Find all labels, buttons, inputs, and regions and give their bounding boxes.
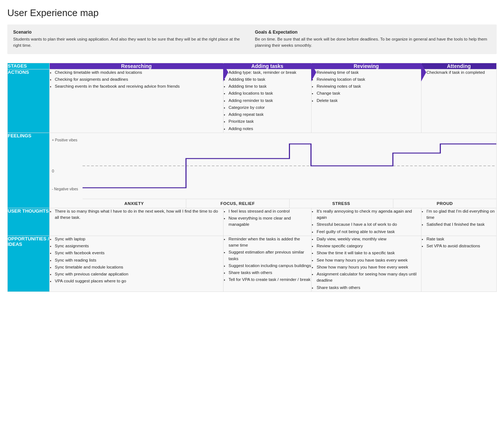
actions-list-4: Checkmark if task in completed: [421, 69, 496, 76]
page-title: User Experience map: [7, 7, 497, 19]
feelings-chart-wrapper: + Positive vibes 0 - Negative vibes: [50, 133, 496, 208]
thoughts-col-2: I feel less stressed and in control Now …: [223, 208, 311, 236]
thoughts-label: USER THOUGHTS: [8, 208, 50, 236]
opps-list-3: Daily view, weekly view, monthly view Re…: [312, 236, 421, 291]
feelings-axis: + Positive vibes 0 - Negative vibes: [50, 133, 83, 208]
stage-researching: Researching: [50, 63, 224, 69]
opps-col-3: Daily view, weekly view, monthly view Re…: [311, 236, 421, 292]
thoughts-list-4: I'm so glad that I'm did everything on t…: [421, 208, 496, 228]
thoughts-col-4: I'm so glad that I'm did everything on t…: [421, 208, 496, 236]
emotion-4: PROUD: [393, 199, 497, 208]
thoughts-col-3: It's really annoyoing to check my agenda…: [311, 208, 421, 236]
actions-col-1: Checking timetable with modules and loca…: [50, 69, 224, 133]
scenario-text: Students wants to plan their week using …: [13, 36, 249, 49]
emotion-2: FOCUS, RELIEF: [186, 199, 290, 208]
actions-list-3: Reviewing time of task Reviewing locatio…: [312, 69, 421, 104]
emotion-1: ANXIETY: [83, 199, 186, 208]
user-thoughts-row: USER THOUGHTS There is so many things wh…: [8, 208, 497, 236]
actions-col-4: Checkmark if task in completed: [421, 69, 496, 133]
feelings-svg-area: ANXIETY FOCUS, RELIEF STRESS PROUD: [83, 133, 496, 208]
feelings-chart-container: + Positive vibes 0 - Negative vibes: [50, 133, 497, 208]
ux-map-table: STAGES Researching Adding tasks Reviewin…: [7, 63, 497, 292]
zero-label: 0: [52, 169, 54, 173]
opps-col-2: Reminder when the tasks is added the sam…: [223, 236, 311, 292]
scenario-block: Scenario Students wants to plan their we…: [13, 30, 249, 49]
opportunities-row: OPPORTUNITIES / IDEAS Sync with laptop S…: [8, 236, 497, 292]
feelings-label: FEELINGS: [8, 133, 50, 208]
emotions-row: ANXIETY FOCUS, RELIEF STRESS PROUD: [83, 199, 496, 208]
stage-adding: Adding tasks: [223, 63, 311, 69]
pos-vibes-label: + Positive vibes: [52, 138, 77, 142]
thoughts-list-3: It's really annoyoing to check my agenda…: [312, 208, 421, 235]
thoughts-col-1: There is so many things what I have to d…: [50, 208, 224, 236]
opps-label: OPPORTUNITIES / IDEAS: [8, 236, 50, 292]
goals-label: Goals & Expectation: [255, 30, 491, 35]
opps-list-2: Reminder when the tasks is added the sam…: [224, 236, 311, 283]
feelings-svg: [83, 133, 496, 199]
actions-list-1: Checking timetable with modules and loca…: [50, 69, 223, 90]
opps-list-4: Rate task Set VPA to avoid distractions: [421, 236, 496, 250]
thoughts-list-2: I feel less stressed and in control Now …: [224, 208, 311, 228]
neg-vibes-label: - Negative vibes: [52, 187, 78, 191]
actions-col-2: Adding type: task, reminder or break Add…: [223, 69, 311, 133]
stages-row: STAGES Researching Adding tasks Reviewin…: [8, 63, 497, 69]
scenario-label: Scenario: [13, 30, 249, 35]
emotion-3: STRESS: [289, 199, 393, 208]
goals-block: Goals & Expectation Be on time. Be sure …: [255, 30, 491, 49]
opps-list-1: Sync with laptop Sync assignments Sync w…: [50, 236, 223, 285]
thoughts-list-1: There is so many things what I have to d…: [50, 208, 223, 221]
opps-col-4: Rate task Set VPA to avoid distractions: [421, 236, 496, 292]
goals-text: Be on time. Be sure that all the work wi…: [255, 36, 491, 49]
info-bar: Scenario Students wants to plan their we…: [7, 24, 497, 54]
actions-label: ACTIONS: [8, 69, 50, 133]
actions-col-3: Reviewing time of task Reviewing locatio…: [311, 69, 421, 133]
feelings-row: FEELINGS + Positive vibes 0 - Negative v…: [8, 133, 497, 208]
opps-col-1: Sync with laptop Sync assignments Sync w…: [50, 236, 224, 292]
stages-label: STAGES: [8, 63, 50, 69]
stage-attending: Attending: [421, 63, 496, 69]
stage-reviewing: Reviewing: [311, 63, 421, 69]
actions-list-2: Adding type: task, reminder or break Add…: [224, 69, 311, 132]
